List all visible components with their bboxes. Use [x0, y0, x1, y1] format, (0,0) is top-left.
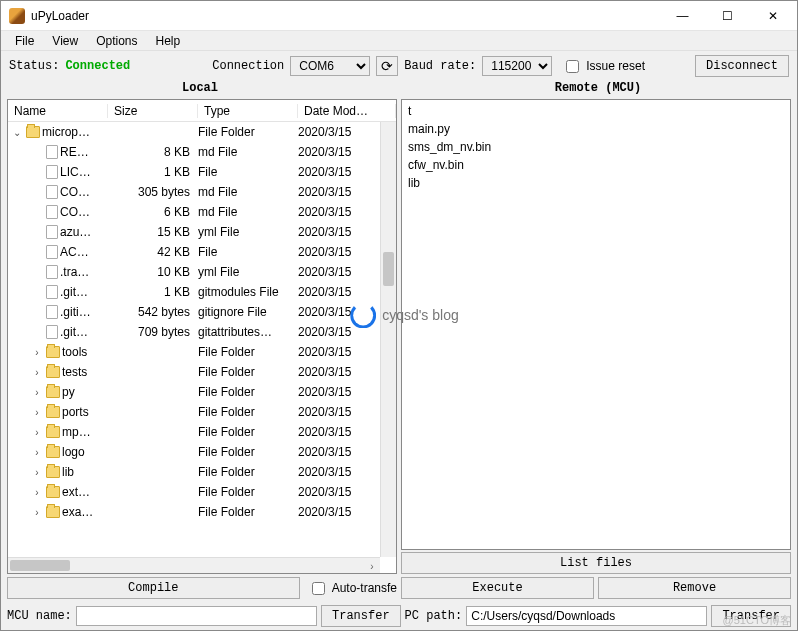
- list-item[interactable]: t: [408, 102, 784, 120]
- transfer-left-button[interactable]: Transfer: [321, 605, 401, 627]
- expand-icon[interactable]: ›: [30, 507, 44, 518]
- table-row[interactable]: .git…1 KBgitmodules File2020/3/15: [8, 282, 396, 302]
- menu-options[interactable]: Options: [88, 32, 145, 50]
- table-row[interactable]: ›ext…File Folder2020/3/15: [8, 482, 396, 502]
- file-icon: [46, 205, 58, 219]
- table-row[interactable]: CO…6 KBmd File2020/3/15: [8, 202, 396, 222]
- expand-icon[interactable]: ›: [30, 467, 44, 478]
- expand-icon[interactable]: ›: [30, 347, 44, 358]
- file-name: lib: [62, 465, 74, 479]
- table-row[interactable]: ›pyFile Folder2020/3/15: [8, 382, 396, 402]
- local-hscroll-thumb[interactable]: [10, 560, 70, 571]
- status-label: Status:: [9, 59, 59, 73]
- baud-label: Baud rate:: [404, 59, 476, 73]
- col-date[interactable]: Date Mod…: [298, 104, 396, 118]
- file-icon: [46, 185, 58, 199]
- folder-icon: [46, 446, 60, 458]
- issue-reset-label: Issue reset: [586, 59, 645, 73]
- menu-file[interactable]: File: [7, 32, 42, 50]
- remote-pane-title: Remote (MCU): [399, 81, 797, 99]
- expand-icon[interactable]: ›: [30, 447, 44, 458]
- expand-icon[interactable]: ›: [30, 367, 44, 378]
- expand-icon[interactable]: ›: [30, 407, 44, 418]
- table-row[interactable]: .giti…542 bytesgitignore File2020/3/15: [8, 302, 396, 322]
- file-type: File Folder: [198, 445, 298, 459]
- file-type: File Folder: [198, 425, 298, 439]
- close-button[interactable]: ✕: [750, 1, 795, 31]
- auto-transfer-checkbox[interactable]: Auto-transfe: [308, 579, 397, 598]
- local-tree-body[interactable]: ⌄microp…File Folder2020/3/15RE…8 KBmd Fi…: [8, 122, 396, 573]
- table-row[interactable]: RE…8 KBmd File2020/3/15: [8, 142, 396, 162]
- table-row[interactable]: ›toolsFile Folder2020/3/15: [8, 342, 396, 362]
- file-name: mp…: [62, 425, 91, 439]
- issue-reset-checkbox[interactable]: Issue reset: [562, 57, 645, 76]
- list-files-button[interactable]: List files: [401, 552, 791, 574]
- col-name[interactable]: Name: [8, 104, 108, 118]
- table-row[interactable]: ⌄microp…File Folder2020/3/15: [8, 122, 396, 142]
- expand-icon[interactable]: ›: [30, 427, 44, 438]
- file-name: RE…: [60, 145, 89, 159]
- table-row[interactable]: ›portsFile Folder2020/3/15: [8, 402, 396, 422]
- file-type: yml File: [198, 265, 298, 279]
- table-row[interactable]: azu…15 KByml File2020/3/15: [8, 222, 396, 242]
- maximize-button[interactable]: ☐: [705, 1, 750, 31]
- local-vscroll-thumb[interactable]: [383, 252, 394, 286]
- auto-transfer-input[interactable]: [312, 582, 325, 595]
- pc-path-input[interactable]: [466, 606, 707, 626]
- file-icon: [46, 265, 58, 279]
- expand-icon[interactable]: ›: [30, 387, 44, 398]
- app-icon: [9, 8, 25, 24]
- compile-button[interactable]: Compile: [7, 577, 300, 599]
- file-name: azu…: [60, 225, 91, 239]
- folder-icon: [46, 506, 60, 518]
- table-row[interactable]: ›testsFile Folder2020/3/15: [8, 362, 396, 382]
- expand-icon[interactable]: ›: [30, 487, 44, 498]
- table-row[interactable]: ›libFile Folder2020/3/15: [8, 462, 396, 482]
- issue-reset-input[interactable]: [566, 60, 579, 73]
- local-hscrollbar[interactable]: ‹ ›: [8, 557, 380, 573]
- mcu-name-input[interactable]: [76, 606, 317, 626]
- port-select[interactable]: COM6: [290, 56, 370, 76]
- expand-icon[interactable]: ⌄: [10, 127, 24, 138]
- file-name: microp…: [42, 125, 90, 139]
- table-row[interactable]: CO…305 bytesmd File2020/3/15: [8, 182, 396, 202]
- baud-select[interactable]: 115200: [482, 56, 552, 76]
- col-type[interactable]: Type: [198, 104, 298, 118]
- table-row[interactable]: .git…709 bytesgitattributes…2020/3/15: [8, 322, 396, 342]
- list-item[interactable]: main.py: [408, 120, 784, 138]
- remove-button[interactable]: Remove: [598, 577, 791, 599]
- menu-help[interactable]: Help: [148, 32, 189, 50]
- table-row[interactable]: ›exa…File Folder2020/3/15: [8, 502, 396, 522]
- remote-file-list[interactable]: tmain.pysms_dm_nv.bincfw_nv.binlib: [401, 99, 791, 550]
- list-item[interactable]: lib: [408, 174, 784, 192]
- file-name: LIC…: [60, 165, 91, 179]
- minimize-button[interactable]: —: [660, 1, 705, 31]
- file-type: gitignore File: [198, 305, 298, 319]
- file-type: File Folder: [198, 405, 298, 419]
- folder-icon: [46, 346, 60, 358]
- table-row[interactable]: AC…42 KBFile2020/3/15: [8, 242, 396, 262]
- menu-view[interactable]: View: [44, 32, 86, 50]
- table-row[interactable]: ›logoFile Folder2020/3/15: [8, 442, 396, 462]
- local-vscrollbar[interactable]: [380, 122, 396, 557]
- table-row[interactable]: ›mp…File Folder2020/3/15: [8, 422, 396, 442]
- bottom-path-row: MCU name: Transfer PC path: Transfer: [1, 602, 797, 630]
- local-tree[interactable]: Name Size Type Date Mod… ⌄microp…File Fo…: [7, 99, 397, 574]
- col-size[interactable]: Size: [108, 104, 198, 118]
- refresh-icon[interactable]: ⟳: [376, 56, 398, 76]
- scroll-right-arrow-icon[interactable]: ›: [364, 558, 380, 573]
- list-item[interactable]: cfw_nv.bin: [408, 156, 784, 174]
- file-type: gitmodules File: [198, 285, 298, 299]
- execute-button[interactable]: Execute: [401, 577, 594, 599]
- file-size: 15 KB: [108, 225, 198, 239]
- folder-icon: [46, 366, 60, 378]
- disconnect-button[interactable]: Disconnect: [695, 55, 789, 77]
- folder-icon: [46, 426, 60, 438]
- list-item[interactable]: sms_dm_nv.bin: [408, 138, 784, 156]
- file-type: File Folder: [198, 385, 298, 399]
- table-row[interactable]: LIC…1 KBFile2020/3/15: [8, 162, 396, 182]
- file-icon: [46, 145, 58, 159]
- table-row[interactable]: .tra…10 KByml File2020/3/15: [8, 262, 396, 282]
- titlebar: uPyLoader — ☐ ✕: [1, 1, 797, 31]
- file-name: ext…: [62, 485, 90, 499]
